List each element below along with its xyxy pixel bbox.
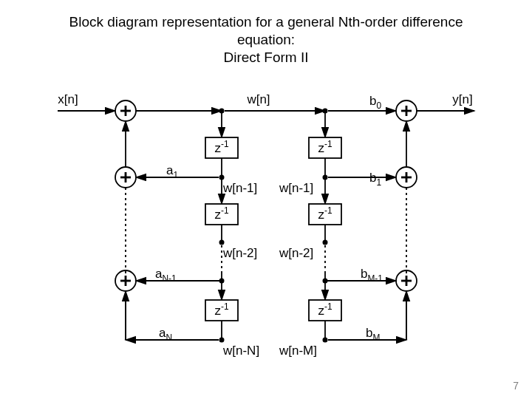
adder-left-1 xyxy=(115,167,136,188)
label-wn: w[n] xyxy=(246,92,270,106)
label-yn: y[n] xyxy=(452,92,472,106)
node-l2 xyxy=(219,240,225,245)
node-lN xyxy=(219,338,225,343)
adder-left-top xyxy=(115,100,136,121)
label-xn: x[n] xyxy=(58,92,78,106)
title-line-3: Direct Form II xyxy=(223,50,308,65)
node-rMm1 xyxy=(323,279,328,284)
block-diagram: x[n] y[n] w[n] b0 z-1 xyxy=(52,89,480,369)
page-number: 7 xyxy=(513,380,519,392)
adder-right-top xyxy=(396,100,417,121)
node-rM xyxy=(323,338,328,343)
node-r2 xyxy=(323,240,328,245)
diagram-title: Block diagram representation for a gener… xyxy=(0,13,532,66)
label-wn1-l: w[n-1] xyxy=(222,181,257,195)
title-line-1: Block diagram representation for a gener… xyxy=(69,14,463,30)
coef-b0: b0 xyxy=(369,94,381,111)
node-lNm1 xyxy=(219,279,225,284)
label-wn2-r: w[n-2] xyxy=(279,246,313,260)
title-line-2: equation: xyxy=(237,32,295,47)
coef-b1: b1 xyxy=(369,171,381,188)
adder-right-1 xyxy=(396,167,417,188)
label-wn1-r: w[n-1] xyxy=(279,181,313,195)
label-wnM: w[n-M] xyxy=(279,344,317,358)
label-wn2-l: w[n-2] xyxy=(222,246,257,260)
adder-left-nm1 xyxy=(115,270,136,291)
adder-right-mm1 xyxy=(396,270,417,291)
label-wnN: w[n-N] xyxy=(222,344,259,358)
